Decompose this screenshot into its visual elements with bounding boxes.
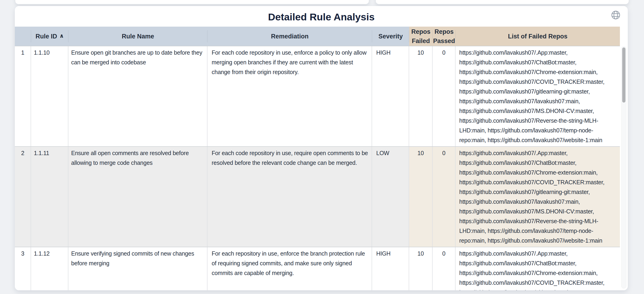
- cell-remediation: For each repository in use, enforce the …: [208, 247, 372, 290]
- table-header: Rule ID∧Rule NameRemediationSeverityRepo…: [15, 27, 620, 46]
- scrollbar-track[interactable]: [621, 46, 626, 289]
- column-header-rule_name[interactable]: Rule Name: [68, 27, 208, 46]
- cell-failed_repos: https://github.com/lavakush07/.App:maste…: [456, 147, 620, 247]
- cell-remediation: For each code repository in use, require…: [208, 147, 372, 247]
- rule-analysis-table: Rule ID∧Rule NameRemediationSeverityRepo…: [15, 27, 620, 290]
- vertical-scrollbar: [620, 27, 628, 290]
- column-header-remediation[interactable]: Remediation: [208, 27, 372, 46]
- cell-rule_name: Ensure verifying signed commits of new c…: [68, 247, 208, 290]
- cell-rule_id: 1.1.10: [31, 46, 68, 146]
- card-above-right: [376, 0, 629, 4]
- page: Detailed Rule Analysis Rule ID∧Rule Name…: [0, 0, 644, 294]
- column-header-label: Rule Name: [122, 32, 154, 41]
- cell-repos_failed: 10: [409, 247, 432, 290]
- cell-index: 3: [15, 247, 31, 290]
- cell-rule_name: Ensure open git branches are up to date …: [68, 46, 208, 146]
- globe-icon[interactable]: [610, 10, 621, 20]
- column-header-label: Repos Failed: [409, 27, 432, 46]
- table-row: 11.1.10Ensure open git branches are up t…: [15, 46, 620, 146]
- cell-repos_passed: 0: [432, 247, 456, 290]
- table-row: 21.1.11Ensure all open comments are reso…: [15, 146, 620, 247]
- cell-severity: LOW: [372, 147, 409, 247]
- column-header-index[interactable]: [15, 27, 31, 46]
- table-body: 11.1.10Ensure open git branches are up t…: [15, 46, 620, 290]
- column-header-severity[interactable]: Severity: [372, 27, 409, 46]
- column-header-label: Severity: [378, 32, 403, 41]
- page-title: Detailed Rule Analysis: [268, 10, 374, 23]
- column-header-label: Remediation: [271, 32, 308, 41]
- column-header-repos_passed[interactable]: Repos Passed: [432, 27, 456, 46]
- cell-severity: HIGH: [372, 46, 409, 146]
- cell-rule_id: 1.1.12: [31, 247, 68, 290]
- cell-repos_failed: 10: [409, 147, 432, 247]
- cell-repos_passed: 0: [432, 46, 456, 146]
- sort-ascending-icon: ∧: [59, 31, 64, 40]
- column-header-label: Rule ID: [36, 32, 57, 41]
- column-header-label: Repos Passed: [432, 27, 456, 46]
- scrollbar-thumb[interactable]: [622, 47, 626, 103]
- cell-severity: HIGH: [372, 247, 409, 290]
- column-header-rule_id[interactable]: Rule ID∧: [31, 27, 68, 46]
- cell-failed_repos: https://github.com/lavakush07/.App:maste…: [456, 247, 620, 290]
- cell-index: 1: [15, 46, 31, 146]
- detailed-rule-analysis-card: Detailed Rule Analysis Rule ID∧Rule Name…: [15, 6, 628, 290]
- cell-rule_name: Ensure all open comments are resolved be…: [68, 147, 208, 247]
- card-above-left: [15, 0, 369, 4]
- cell-remediation: For each code repository in use, enforce…: [208, 46, 372, 146]
- cell-rule_id: 1.1.11: [31, 147, 68, 247]
- column-header-failed_repos[interactable]: List of Failed Repos: [456, 27, 620, 46]
- cell-index: 2: [15, 147, 31, 247]
- cell-repos_failed: 10: [409, 46, 432, 146]
- cell-failed_repos: https://github.com/lavakush07/.App:maste…: [456, 46, 620, 146]
- table-row: 31.1.12Ensure verifying signed commits o…: [15, 247, 620, 290]
- cell-repos_passed: 0: [432, 147, 456, 247]
- card-header: Detailed Rule Analysis: [15, 6, 628, 27]
- column-header-label: List of Failed Repos: [508, 32, 568, 41]
- column-header-repos_failed[interactable]: Repos Failed: [409, 27, 432, 46]
